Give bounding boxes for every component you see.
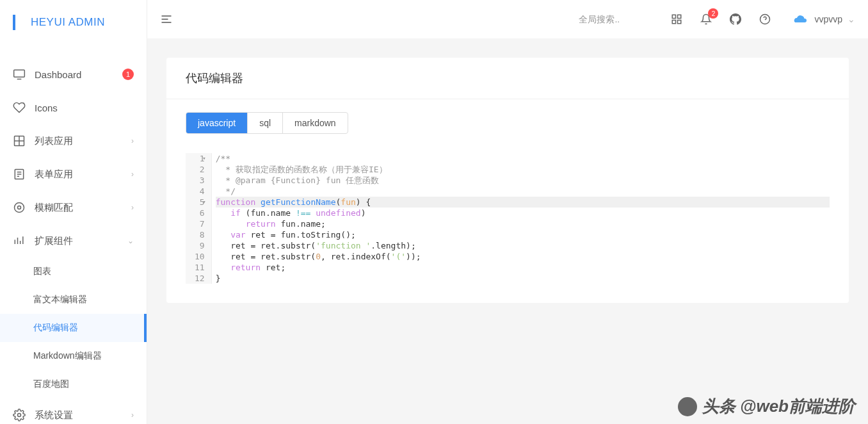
github-icon[interactable]: [730, 13, 741, 25]
search-input[interactable]: [579, 14, 643, 24]
card: 代码编辑器 javascript sql markdown 1234567891…: [166, 58, 849, 303]
chevron-right-icon: ›: [131, 170, 134, 179]
form-icon: [13, 168, 26, 181]
sidebar-item-list-app[interactable]: 列表应用 ›: [0, 124, 147, 158]
sidebar-item-dashboard[interactable]: Dashboard 1: [0, 58, 147, 91]
gutter: 123456789101112: [186, 153, 212, 284]
code-editor[interactable]: 123456789101112 /** * 获取指定函数的函数名称（用于兼容IE…: [186, 153, 830, 284]
logo-text: HEYUI ADMIN: [31, 16, 105, 29]
cloud-icon: [792, 14, 808, 24]
notification-badge: 2: [708, 8, 718, 19]
tab-markdown[interactable]: markdown: [283, 113, 348, 133]
sidebar-item-extensions[interactable]: 扩展组件 ⌄: [0, 224, 147, 257]
sidebar-item-label: 扩展组件: [35, 235, 127, 247]
sidebar-nav: Dashboard 1 Icons 列表应用 › 表单应用 › 模糊匹配 ›: [0, 45, 147, 424]
sidebar-item-fuzzy[interactable]: 模糊匹配 ›: [0, 191, 147, 224]
logo-bar: [13, 15, 15, 30]
svg-rect-19: [673, 15, 676, 18]
bell-icon[interactable]: 2: [700, 13, 712, 25]
svg-rect-0: [14, 70, 25, 77]
tabs: javascript sql markdown: [186, 112, 348, 134]
tab-sql[interactable]: sql: [248, 113, 283, 133]
badge: 1: [122, 69, 134, 80]
svg-rect-20: [678, 15, 681, 18]
sidebar: HEYUI ADMIN Dashboard 1 Icons 列表应用 › 表单应…: [0, 0, 147, 424]
heart-icon: [13, 101, 26, 114]
svg-point-15: [18, 414, 21, 417]
bars-icon: [13, 234, 26, 247]
sidebar-sub-chart[interactable]: 图表: [0, 257, 147, 286]
chevron-down-icon: ⌄: [848, 14, 855, 24]
chevron-down-icon: ⌄: [127, 236, 134, 245]
code-area[interactable]: /** * 获取指定函数的函数名称（用于兼容IE） * @param {Func…: [212, 153, 830, 284]
app-root: HEYUI ADMIN Dashboard 1 Icons 列表应用 › 表单应…: [0, 0, 868, 424]
sidebar-sub-label: Markdown编辑器: [33, 350, 102, 362]
chevron-right-icon: ›: [131, 411, 134, 420]
help-icon[interactable]: [759, 13, 771, 25]
sidebar-item-settings[interactable]: 系统设置 ›: [0, 398, 147, 424]
chevron-right-icon: ›: [131, 136, 134, 145]
sidebar-sub-label: 富文本编辑器: [33, 294, 87, 306]
sidebar-item-label: Icons: [35, 102, 134, 113]
target-icon: [13, 201, 26, 214]
menu-toggle-icon[interactable]: [160, 13, 173, 26]
chevron-right-icon: ›: [131, 203, 134, 212]
svg-rect-21: [673, 20, 676, 24]
main: 2 vvpvvp ⌄ 代码编辑器 javascript sql markdown: [147, 0, 868, 424]
card-body: javascript sql markdown 123456789101112 …: [166, 99, 849, 303]
sidebar-sub-richtext[interactable]: 富文本编辑器: [0, 286, 147, 314]
svg-point-10: [18, 206, 21, 209]
sidebar-item-label: 表单应用: [35, 168, 131, 181]
sidebar-item-icons[interactable]: Icons: [0, 91, 147, 124]
sidebar-sub-label: 百度地图: [33, 379, 69, 390]
sidebar-item-label: Dashboard: [35, 69, 122, 80]
sidebar-item-label: 列表应用: [35, 135, 131, 147]
tab-javascript[interactable]: javascript: [186, 113, 248, 133]
sidebar-sub-label: 代码编辑器: [33, 322, 78, 334]
content: 代码编辑器 javascript sql markdown 1234567891…: [147, 38, 868, 424]
user-menu[interactable]: vvpvvp ⌄: [792, 14, 855, 24]
sidebar-sub-label: 图表: [33, 266, 51, 277]
svg-point-9: [15, 203, 24, 213]
apps-icon[interactable]: [671, 13, 682, 25]
sidebar-item-form-app[interactable]: 表单应用 ›: [0, 158, 147, 191]
monitor-icon: [13, 68, 26, 81]
header: 2 vvpvvp ⌄: [147, 0, 868, 38]
grid-icon: [13, 135, 26, 147]
gear-icon: [13, 409, 26, 421]
sidebar-item-label: 系统设置: [35, 409, 131, 421]
sidebar-sub-markdown[interactable]: Markdown编辑器: [0, 342, 147, 370]
sidebar-sub-code-editor[interactable]: 代码编辑器: [0, 314, 147, 342]
sidebar-item-label: 模糊匹配: [35, 202, 131, 214]
page-title: 代码编辑器: [166, 58, 849, 99]
username: vvpvvp: [814, 14, 842, 24]
svg-rect-22: [678, 20, 681, 24]
sidebar-sub-baidu-map[interactable]: 百度地图: [0, 370, 147, 398]
logo[interactable]: HEYUI ADMIN: [0, 0, 147, 45]
